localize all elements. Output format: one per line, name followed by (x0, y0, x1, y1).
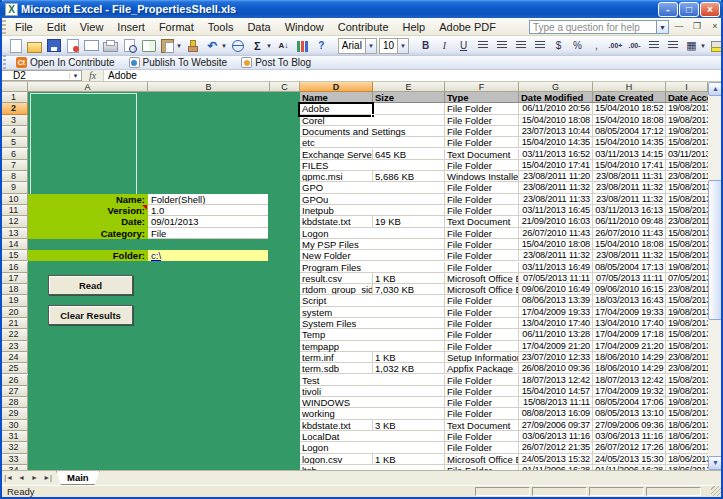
cell-type[interactable]: File Folder (445, 341, 519, 352)
cell-date-modified[interactable]: 03/11/2013 16:49 (519, 262, 593, 273)
select-all-corner[interactable] (0, 82, 28, 92)
cell-date-modified[interactable]: 03/11/2013 16:52 (519, 149, 593, 160)
row-header-15[interactable]: 15 (0, 250, 28, 261)
cell-type[interactable]: Microsoft Office Ex (445, 454, 519, 465)
row-header-6[interactable]: 6 (0, 149, 28, 160)
cell-date-created[interactable]: 03/11/2013 16:13 (593, 205, 666, 216)
cell-type[interactable]: File Folder (445, 194, 519, 205)
font-size-dropdown-icon[interactable]: ▼ (397, 39, 408, 53)
hyperlink-button[interactable] (230, 38, 247, 54)
row-header-21[interactable]: 21 (0, 318, 28, 329)
cell-date-accessed[interactable]: 23/08/2011 (666, 363, 708, 374)
contribute-grip[interactable] (3, 55, 6, 70)
cell-date-modified[interactable]: 07/05/2013 11:11 (519, 273, 593, 284)
row-header-33[interactable]: 33 (0, 454, 28, 465)
new-button[interactable] (7, 38, 24, 54)
cell-date-accessed[interactable]: 15/08/2013 (666, 295, 708, 306)
cell-date-accessed[interactable]: 03/11/2013 (666, 149, 708, 160)
format-painter-button[interactable] (185, 38, 202, 54)
cell-date-created[interactable]: 03/11/2013 14:15 (593, 149, 666, 160)
cell-type[interactable]: File Folder (445, 239, 519, 250)
close-button[interactable]: × (700, 2, 720, 17)
borders-dropdown-icon[interactable]: ▼ (700, 43, 706, 49)
column-header-c[interactable]: C (270, 82, 300, 92)
cell-size[interactable]: 1 KB (373, 273, 445, 284)
row-header-12[interactable]: 12 (0, 216, 28, 227)
column-header-h[interactable]: H (593, 82, 666, 92)
cell-date-modified[interactable]: 08/08/2013 16:09 (519, 408, 593, 419)
row-header-7[interactable]: 7 (0, 160, 28, 171)
column-header-i[interactable]: I (666, 82, 708, 92)
help-question-input[interactable]: Type a question for help (529, 20, 657, 34)
cell-date-modified[interactable]: 15/04/2010 18:08 (519, 239, 593, 250)
currency-button[interactable]: $ (550, 38, 567, 54)
cell-name[interactable]: Inetpub (300, 205, 445, 216)
cell-type[interactable]: Microsoft Office Ex (445, 284, 519, 295)
cell-type[interactable]: File Folder (445, 103, 519, 114)
cell-type[interactable]: File Folder (445, 205, 519, 216)
column-header-e[interactable]: E (373, 82, 445, 92)
cell-type[interactable]: Microsoft Office Ex (445, 273, 519, 284)
cell-date-modified[interactable]: 23/08/2011 11:20 (519, 171, 593, 182)
cell-type[interactable]: File Folder (445, 318, 519, 329)
cell-date-accessed[interactable]: 23/08/2011 (666, 171, 708, 182)
cell-date-created[interactable]: 17/04/2009 21:20 (593, 341, 666, 352)
cell-date-modified[interactable]: 18/07/2013 12:42 (519, 375, 593, 386)
percent-button[interactable]: % (569, 38, 586, 54)
menu-data[interactable]: Data (240, 19, 277, 35)
cell-name[interactable]: etc (300, 137, 445, 148)
cell-date-created[interactable]: 08/05/2004 17:06 (593, 397, 666, 408)
cell-date-accessed[interactable]: 15/08/2013 (666, 375, 708, 386)
row-header-11[interactable]: 11 (0, 205, 28, 216)
undo-dropdown-icon[interactable]: ▼ (221, 43, 227, 49)
cell-date-created[interactable]: 26/07/2012 17:26 (593, 442, 666, 453)
row-header-26[interactable]: 26 (0, 375, 28, 386)
chart-wizard-button[interactable] (294, 38, 311, 54)
cell-type[interactable]: Appfix Package (445, 363, 519, 374)
cell-name[interactable]: New Folder (300, 250, 445, 261)
undo-button[interactable]: ↶▼ (204, 38, 228, 54)
cell-date-modified[interactable]: 17/04/2009 21:20 (519, 341, 593, 352)
menu-file[interactable]: File (8, 19, 40, 35)
italic-button[interactable]: I (436, 38, 453, 54)
align-left-button[interactable] (474, 38, 491, 54)
cell-size[interactable]: 1 KB (373, 454, 445, 465)
fill-handle[interactable] (371, 114, 375, 118)
cell-name[interactable]: Exchange Server S (300, 149, 373, 160)
fx-icon[interactable]: fx (82, 70, 104, 81)
cell-date-created[interactable]: 17/04/2009 19:32 (593, 386, 666, 397)
cell-date-created[interactable]: 09/06/2010 16:15 (593, 284, 666, 295)
cell-date-created[interactable]: 24/05/2013 15:30 (593, 454, 666, 465)
cell-date-created[interactable]: 18/06/2010 14:29 (593, 352, 666, 363)
row-header-30[interactable]: 30 (0, 420, 28, 431)
tab-prev-button[interactable]: ◄ (15, 472, 28, 484)
cell-type[interactable]: File Folder (445, 262, 519, 273)
row-header-24[interactable]: 24 (0, 352, 28, 363)
cell-date-accessed[interactable]: 19/08/2013 (666, 318, 708, 329)
row-header-10[interactable]: 10 (0, 194, 28, 205)
cell-date-created[interactable]: 18/07/2013 12:42 (593, 375, 666, 386)
cell-date-modified[interactable]: 26/08/2010 09:36 (519, 363, 593, 374)
cell-type[interactable]: File Folder (445, 228, 519, 239)
sort-ascending-button[interactable]: A↓ (275, 38, 292, 54)
font-name-dropdown-icon[interactable]: ▼ (365, 39, 376, 53)
column-header-g[interactable]: G (519, 82, 593, 92)
cell-size[interactable]: 7,030 KB (373, 284, 445, 295)
cell-name[interactable]: working (300, 408, 445, 419)
cell-date-accessed[interactable]: 23/08/2011 (666, 284, 708, 295)
cell-date-accessed[interactable]: 19/08/2013 (666, 126, 708, 137)
cell-type[interactable]: Windows Installer (445, 171, 519, 182)
cell-name[interactable]: rtdom_group_sids (300, 284, 373, 295)
cell-date-created[interactable]: 03/06/2013 11:16 (593, 431, 666, 442)
cell-size[interactable]: 645 KB (373, 149, 445, 160)
menu-format[interactable]: Format (152, 19, 201, 35)
cell-type[interactable]: File Folder (445, 442, 519, 453)
cell-type[interactable]: File Folder (445, 397, 519, 408)
name-field[interactable]: Folder(Shell) (148, 194, 268, 205)
column-header-b[interactable]: B (148, 82, 270, 92)
autosum-dropdown-icon[interactable]: ▼ (266, 43, 272, 49)
cell-type[interactable]: File Folder (445, 137, 519, 148)
cell-name[interactable]: Test (300, 375, 445, 386)
cell-date-created[interactable]: 17/04/2009 17:18 (593, 329, 666, 340)
cell-date-modified[interactable]: 15/04/2010 14:57 (519, 386, 593, 397)
